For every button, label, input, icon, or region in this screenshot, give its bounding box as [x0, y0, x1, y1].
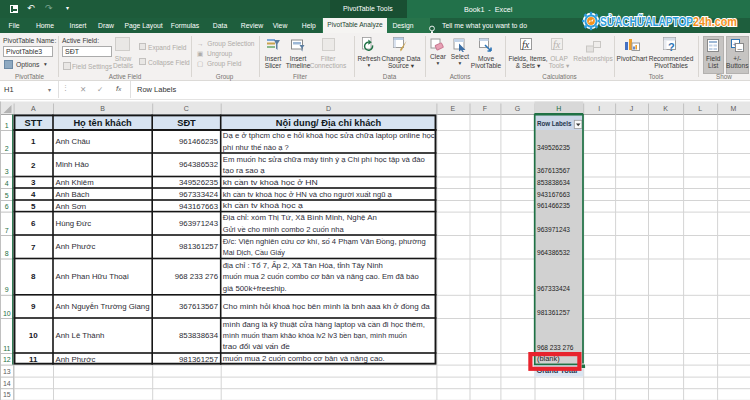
svg-text:kh cần tv khoá học ở HN và cho: kh cần tv khoá học ở HN và cho người xuấ…	[223, 190, 393, 199]
svg-text:Gửi về cho mình combo 2 cuốn n: Gửi về cho mình combo 2 cuốn nha	[223, 225, 345, 234]
svg-text:mình muốn tham khảo khóa lv2 l: mình muốn tham khảo khóa lv2 lv3 bền bạn…	[223, 331, 407, 340]
svg-text:Anh Khiêm: Anh Khiêm	[56, 178, 94, 187]
svg-text:Họ tên khách: Họ tên khách	[73, 118, 132, 128]
svg-text:5: 5	[31, 202, 36, 211]
svg-text:9: 9	[5, 286, 9, 293]
svg-text:11: 11	[3, 345, 10, 352]
svg-text:24h.com: 24h.com	[693, 14, 737, 29]
svg-text:Địa chỉ: xóm Thị Tứ, Xã Bình M: Địa chỉ: xóm Thị Tứ, Xã Bình Minh, Nghệ …	[223, 213, 377, 222]
svg-text:10: 10	[29, 331, 38, 340]
svg-text:muốn mua 2 cuốn combo cơ bản v: muốn mua 2 cuốn combo cơ bản và nâng cao…	[223, 354, 385, 363]
svg-text:SĐT: SĐT	[177, 118, 196, 128]
svg-text:964386532: 964386532	[537, 248, 570, 257]
svg-text:E: E	[451, 105, 456, 112]
svg-text:Anh Nguyễn Trường Giang: Anh Nguyễn Trường Giang	[56, 302, 150, 311]
svg-text:C: C	[184, 105, 189, 112]
svg-text:853838634: 853838634	[537, 178, 570, 187]
svg-text:2: 2	[31, 161, 36, 170]
svg-text:Anh Phước: Anh Phước	[56, 355, 96, 364]
svg-text:phí như thế nào ạ ?: phí như thế nào ạ ?	[223, 143, 289, 152]
svg-text:muốn mua 2 cuốn combo cơ bản v: muốn mua 2 cuốn combo cơ bản và nâng cao…	[223, 272, 419, 281]
svg-text:Dạ e ở tphcm cho e hỏi khoá họ: Dạ e ở tphcm cho e hỏi khoá học sửa chữa…	[223, 131, 435, 140]
svg-text:3: 3	[5, 168, 9, 175]
svg-text:B: B	[100, 105, 105, 112]
svg-text:Nội dung/ Địa chỉ khách: Nội dung/ Địa chỉ khách	[276, 118, 382, 128]
svg-text:853838634: 853838634	[179, 331, 219, 340]
svg-text:964386532: 964386532	[179, 160, 218, 169]
svg-text:4: 4	[5, 180, 9, 187]
svg-text:J: J	[630, 105, 634, 112]
svg-text:Hùng Đức: Hùng Đức	[56, 219, 92, 228]
svg-text:981361257: 981361257	[179, 355, 218, 364]
svg-text:Em muốn hc sửa chữa máy tính ý: Em muốn hc sửa chữa máy tính ý ạ Chi phí…	[223, 155, 425, 164]
svg-text:I: I	[598, 105, 600, 112]
svg-text:Cho mình hỏi khoá học bên mình: Cho mình hỏi khoá học bên mình là bnh aa…	[223, 302, 431, 311]
svg-text:367613567: 367613567	[537, 166, 570, 175]
svg-text:4: 4	[31, 190, 36, 199]
svg-text:15: 15	[3, 391, 11, 398]
svg-text:Anh Châu: Anh Châu	[56, 137, 91, 146]
svg-text:963971243: 963971243	[537, 225, 570, 234]
svg-text:8: 8	[31, 272, 36, 281]
svg-text:14: 14	[3, 380, 11, 387]
svg-text:7: 7	[5, 227, 9, 234]
svg-text:kh cần tv khoá học ạ: kh cần tv khoá học ạ	[223, 201, 304, 210]
svg-text:STT: STT	[25, 118, 43, 128]
svg-text:Anh Sơn: Anh Sơn	[56, 202, 87, 211]
svg-text:11: 11	[29, 355, 38, 364]
svg-text:fx: fx	[522, 39, 530, 50]
svg-text:Row Labels: Row Labels	[537, 119, 572, 128]
svg-text:968 233 276: 968 233 276	[175, 272, 218, 281]
svg-text:H: H	[556, 105, 561, 112]
svg-text:2: 2	[5, 145, 9, 152]
svg-text:L: L	[698, 105, 702, 112]
svg-text:Anh Phước: Anh Phước	[56, 242, 96, 251]
svg-text:A: A	[31, 105, 36, 112]
svg-text:349526235: 349526235	[179, 178, 219, 187]
svg-text:G: G	[515, 105, 520, 112]
svg-text:Anh Phan Hữu Thoại: Anh Phan Hữu Thoại	[56, 272, 129, 281]
svg-text:968 233 276: 968 233 276	[537, 343, 574, 352]
svg-text:5: 5	[5, 192, 9, 199]
svg-text:1: 1	[5, 122, 9, 129]
svg-text:13: 13	[3, 368, 11, 375]
svg-text:Đ/c: Viện nghiên cứu cơ khí, s: Đ/c: Viện nghiên cứu cơ khí, số 4 Phạm V…	[223, 237, 426, 246]
svg-text:967333424: 967333424	[179, 190, 219, 199]
svg-text:giá 500k+freeship.: giá 500k+freeship.	[223, 284, 287, 293]
svg-text:SỬACHỮALAPTOP: SỬACHỮALAPTOP	[600, 14, 693, 29]
svg-text:12: 12	[3, 356, 11, 363]
svg-text:1: 1	[31, 137, 36, 146]
svg-text:–: –	[738, 44, 743, 53]
svg-text:Anh Bách: Anh Bách	[56, 190, 90, 199]
svg-text:fx: fx	[553, 39, 561, 50]
svg-text:6: 6	[31, 219, 36, 228]
svg-text:trao đổi vài vấn đề: trao đổi vài vấn đề	[223, 342, 290, 351]
svg-text:kh cần tv khoá học ở HN: kh cần tv khoá học ở HN	[223, 178, 318, 187]
svg-text:10: 10	[3, 310, 11, 317]
svg-text:943167663: 943167663	[537, 190, 570, 199]
svg-text:địa chỉ : Tổ 7, Ấp 2, Xã Tân H: địa chỉ : Tổ 7, Ấp 2, Xã Tân Hòa, tỉnh T…	[223, 260, 383, 270]
svg-text:7: 7	[31, 243, 36, 252]
svg-text:3: 3	[31, 178, 36, 187]
svg-text:Minh Hảo: Minh Hảo	[56, 160, 90, 169]
svg-text:?: ?	[668, 41, 675, 52]
svg-text:943167663: 943167663	[179, 202, 218, 211]
svg-text:F: F	[483, 105, 487, 112]
svg-text:Mai Dịch, Cầu Giấy: Mai Dịch, Cầu Giấy	[223, 248, 285, 257]
svg-text:967333424: 967333424	[537, 284, 570, 293]
svg-text:Anh Lê Thành: Anh Lê Thành	[56, 331, 105, 340]
svg-text:mình đang là kỹ thuật cửa hàng: mình đang là kỹ thuật cửa hàng laptop và…	[223, 320, 425, 329]
svg-text:6: 6	[5, 203, 9, 210]
svg-text:961466235: 961466235	[537, 201, 570, 210]
svg-text:K: K	[663, 105, 668, 112]
svg-text:9: 9	[31, 302, 36, 311]
svg-text:367613567: 367613567	[179, 302, 218, 311]
svg-text:961466235: 961466235	[179, 137, 219, 146]
svg-text:963971243: 963971243	[179, 219, 218, 228]
svg-text:M: M	[731, 105, 737, 112]
svg-text:8: 8	[5, 250, 9, 257]
svg-text:981361257: 981361257	[179, 242, 218, 251]
svg-text:D: D	[326, 105, 331, 112]
svg-text:tạo ra sao ạ: tạo ra sao ạ	[223, 166, 266, 175]
svg-text:981361257: 981361257	[537, 308, 570, 317]
